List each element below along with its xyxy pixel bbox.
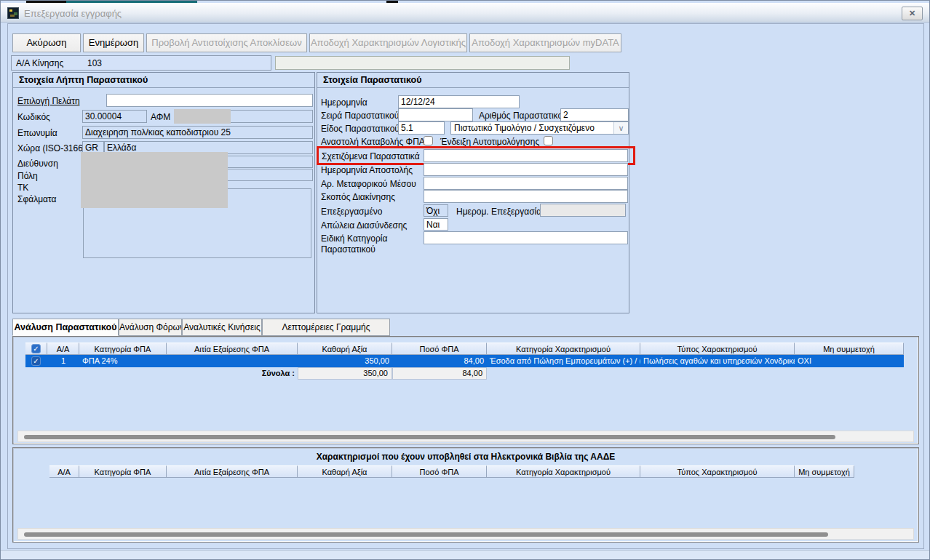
submitted-table: Α/Α Κατηγορία ΦΠΑ Αιτία Εξαίρεσης ΦΠΑ Κα… [13, 465, 920, 478]
special-category-label-line1: Ειδική Κατηγορία [321, 233, 387, 244]
recipient-panel-title: Στοιχεία Λήπτη Παραστατικού [19, 75, 148, 85]
vat-suspension-checkbox[interactable] [424, 136, 433, 145]
view-deviation-matching-button[interactable]: Προβολή Αντιστοίχισης Αποκλίσεων [146, 33, 307, 52]
window-title: Επεξεργασία εγγραφής [24, 8, 122, 19]
hscrollbar-thumb[interactable] [24, 435, 835, 439]
country-label: Χώρα (ISO-3166) [17, 143, 86, 153]
name-label: Επωνυμία [17, 128, 57, 138]
vehicle-input[interactable] [424, 177, 628, 190]
afm-label: ΑΦΜ [151, 112, 170, 122]
col-vat-exemption[interactable]: Αιτία Εξαίρεσης ΦΠΑ [167, 343, 298, 355]
purpose-label: Σκοπός Διακίνησης [321, 192, 395, 202]
special-category-input[interactable] [424, 231, 628, 244]
analysis-table-panel: ✓ Α/Α Κατηγορία ΦΠΑ Αιτία Εξαίρεσης ΦΠΑ … [12, 336, 919, 444]
purpose-input[interactable] [424, 190, 628, 203]
cell-vat-category: ΦΠΑ 24% [79, 355, 167, 367]
select-all-cell: ✓ [25, 343, 47, 355]
col2-no-participation[interactable]: Μη συμμετοχή [795, 465, 854, 478]
type-label: Είδος Παραστατικού [321, 124, 400, 134]
chevron-down-icon[interactable]: ∨ [613, 122, 628, 134]
submitted-table-panel: Χαρακτηρισμοί που έχουν υποβληθεί στα Ηλ… [12, 447, 919, 543]
col2-char-type[interactable]: Τύπος Χαρακτηρισμού [640, 465, 795, 478]
col2-vat-amount[interactable]: Ποσό ΦΠΑ [392, 465, 487, 478]
ship-date-input[interactable] [424, 163, 628, 176]
tab-tax-analysis[interactable]: Ανάλυση Φόρων [119, 319, 182, 336]
movement-id-box: Α/Α Κίνησης 103 [11, 55, 271, 71]
col2-vat-exemption[interactable]: Αιτία Εξαίρεσης ΦΠΑ [167, 465, 298, 478]
self-billing-label: Ένδειξη Αυτοτιμολόγησης [440, 137, 539, 147]
update-button[interactable]: Ενημέρωση [83, 33, 144, 52]
col-net-value[interactable]: Καθαρή Αξία [298, 343, 392, 355]
document-panel-title: Στοιχεία Παραστατικού [323, 75, 422, 85]
redacted-afm [174, 109, 231, 124]
cell-no-participation: ΟΧΙ [795, 355, 904, 367]
number-input[interactable] [560, 108, 629, 121]
bottom-strip [1, 550, 929, 560]
col2-vat-category[interactable]: Κατηγορία ΦΠΑ [79, 465, 167, 478]
accept-accounting-characterizations-button[interactable]: Αποδοχή Χαρακτηρισμών Λογιστικής [309, 33, 467, 52]
accept-mydata-characterizations-button[interactable]: Αποδοχή Χαρακτηρισμών myDATA [469, 33, 621, 52]
redacted-address-block [81, 152, 228, 208]
analysis-table-hscrollbar[interactable] [17, 431, 914, 442]
cell-char-category: Έσοδα από Πώληση Εμπορευμάτων (+) / (-) [487, 355, 640, 367]
document-panel: Στοιχεία Παραστατικού Ημερομηνία Σειρά Π… [317, 72, 629, 313]
errors-label: Σφάλματα [17, 194, 57, 204]
code-value: 30.00004 [82, 110, 147, 123]
tab-analytic-movements[interactable]: Αναλυτικές Κινήσεις [182, 319, 262, 336]
customer-input[interactable] [106, 94, 313, 107]
type-select[interactable]: Πιστωτικό Τιμολόγιο / Συσχετιζόμενο ∨ [450, 121, 629, 135]
tab-document-analysis[interactable]: Ανάλυση Παραστατικού [12, 319, 119, 336]
submitted-table-header: Α/Α Κατηγορία ΦΠΑ Αιτία Εξαίρεσης ΦΠΑ Κα… [13, 465, 920, 478]
submitted-table-title: Χαρακτηρισμοί που έχουν υποβληθεί στα Ηλ… [13, 452, 918, 462]
totals-vat-amount: 84,00 [392, 367, 487, 380]
ship-date-label: Ημερομηνία Αποστολής [321, 165, 413, 175]
select-customer-link[interactable]: Επιλογή Πελάτη [17, 96, 80, 106]
number-label: Αριθμός Παραστατικού [479, 111, 568, 121]
cell-vat-amount: 84,00 [392, 355, 487, 367]
city-label: Πόλη [17, 171, 38, 181]
divider [13, 87, 314, 88]
date-input[interactable] [398, 95, 520, 108]
totals-label: Σύνολα : [193, 367, 295, 380]
recipient-panel: Στοιχεία Λήπτη Παραστατικού Επιλογή Πελά… [12, 72, 315, 313]
totals-net-value: 350,00 [298, 367, 392, 380]
type-select-value: Πιστωτικό Τιμολόγιο / Συσχετιζόμενο [454, 123, 612, 133]
select-all-checkbox[interactable]: ✓ [31, 344, 41, 353]
edit-record-dialog: Επεξεργασία εγγραφής ✕ Ακύρωση Ενημέρωση… [0, 0, 930, 560]
analysis-table-header: ✓ Α/Α Κατηγορία ΦΠΑ Αιτία Εξαίρεσης ΦΠΑ … [25, 343, 904, 355]
code-label: Κωδικός [17, 112, 50, 122]
col-no-participation[interactable]: Μη συμμετοχή [795, 343, 904, 355]
series-input[interactable] [398, 108, 473, 121]
titlebar: Επεξεργασία εγγραφής ✕ [1, 3, 929, 23]
table-row[interactable]: ✓ 1 ΦΠΑ 24% 350,00 84,00 Έσοδα από Πώλησ… [25, 355, 904, 367]
col-vat-amount[interactable]: Ποσό ΦΠΑ [392, 343, 487, 355]
processed-date-field [540, 204, 626, 217]
col2-net-value[interactable]: Καθαρή Αξία [298, 465, 392, 478]
col-aa[interactable]: Α/Α [47, 343, 79, 355]
col2-aa[interactable]: Α/Α [49, 465, 79, 478]
submitted-table-hscrollbar[interactable] [17, 528, 914, 540]
col2-char-category[interactable]: Κατηγορία Χαρακτηρισμού [487, 465, 640, 478]
processed-value: Όχι [424, 204, 448, 217]
postal-label: ΤΚ [17, 183, 28, 193]
analysis-table: ✓ Α/Α Κατηγορία ΦΠΑ Αιτία Εξαίρεσης ΦΠΑ … [25, 343, 904, 380]
special-category-label-line2: Παραστατικού [321, 244, 375, 255]
series-label: Σειρά Παραστατικού [321, 111, 399, 121]
vehicle-label: Αρ. Μεταφορικού Μέσου [321, 179, 416, 189]
tab-line-details[interactable]: Λεπτομέρειες Γραμμής [262, 319, 390, 336]
close-icon[interactable]: ✕ [902, 7, 923, 20]
movement-extra-field [275, 56, 570, 70]
col-vat-category[interactable]: Κατηγορία ΦΠΑ [79, 343, 167, 355]
processed-date-label: Ημερομ. Επεξεργασίας [456, 207, 546, 217]
self-billing-checkbox[interactable] [544, 136, 553, 145]
row-checkbox[interactable]: ✓ [31, 356, 41, 366]
type-code-input[interactable] [398, 121, 445, 135]
totals-row: Σύνολα : 350,00 84,00 [25, 367, 904, 380]
cancel-button[interactable]: Ακύρωση [12, 33, 81, 52]
cell-net-value: 350,00 [298, 355, 392, 367]
col-char-category[interactable]: Κατηγορία Χαρακτηρισμού [487, 343, 640, 355]
hscrollbar-thumb[interactable] [24, 532, 828, 537]
processed-label: Επεξεργασμένο [321, 207, 382, 217]
link-loss-input[interactable] [424, 218, 448, 231]
col-char-type[interactable]: Τύπος Χαρακτηρισμού [640, 343, 795, 355]
